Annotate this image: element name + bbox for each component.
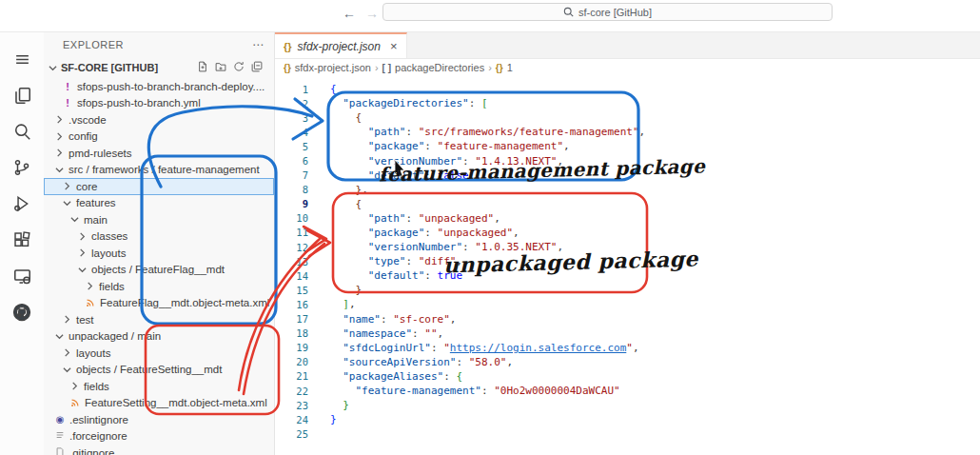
tree-item-vscode[interactable]: .vscode bbox=[44, 111, 274, 129]
code-line-6[interactable]: 6 "versionNumber": "1.4.13.NEXT", bbox=[275, 153, 980, 168]
code-line-25[interactable]: 25 bbox=[275, 426, 980, 441]
code-line-text: { bbox=[321, 111, 362, 124]
code-line-text: }, bbox=[321, 184, 368, 196]
tree-item-sfops-push-to-branch-branch-deploy[interactable]: !sfops-push-to-branch-branch-deploy.... bbox=[44, 78, 274, 95]
code-line-13[interactable]: 13 "type": "diff", bbox=[275, 254, 980, 268]
run-debug-icon[interactable] bbox=[7, 186, 37, 222]
chevron-right-icon bbox=[76, 247, 88, 259]
refresh-icon[interactable] bbox=[233, 61, 245, 74]
breadcrumb-item[interactable]: 1 bbox=[507, 62, 513, 73]
menu-icon[interactable] bbox=[7, 41, 37, 77]
tab-sfdx-project-json[interactable]: {} sfdx-project.json × bbox=[275, 32, 407, 58]
line-number: 19 bbox=[275, 342, 321, 353]
tree-item-main[interactable]: main bbox=[44, 211, 274, 228]
search-icon[interactable] bbox=[7, 113, 37, 149]
tree-item-objects-featuresetting-mdt[interactable]: objects / FeatureSetting__mdt bbox=[44, 362, 274, 379]
json-file-icon: {} bbox=[284, 41, 292, 52]
chevron-down-icon bbox=[76, 264, 88, 276]
tree-item-core[interactable]: core bbox=[44, 178, 274, 195]
code-line-17[interactable]: 17 "name": "sf-core", bbox=[275, 312, 980, 326]
tree-item-sfops-push-to-branch-yml[interactable]: !sfops-push-to-branch.yml bbox=[44, 95, 274, 112]
code-line-24[interactable]: 24} bbox=[275, 412, 980, 426]
tree-item-layouts[interactable]: layouts bbox=[44, 345, 274, 362]
code-line-22[interactable]: 22 "feature-management": "0Ho2w0000004Da… bbox=[275, 384, 980, 398]
tree-item-fields[interactable]: fields bbox=[44, 378, 274, 395]
tree-item-features[interactable]: features bbox=[44, 195, 274, 212]
tree-item-forceignore[interactable]: .forceignore bbox=[44, 428, 274, 445]
tree-item-featuresetting-mdt-object-meta-xml[interactable]: FeatureSetting__mdt.object-meta.xml bbox=[44, 395, 274, 412]
command-center-search[interactable]: sf-core [GitHub] bbox=[382, 3, 833, 21]
code-line-7[interactable]: 7 "default": false bbox=[275, 168, 980, 183]
explorer-sidebar: EXPLORER ⋯ SF-CORE [GITHUB] !sfops-push-… bbox=[44, 32, 275, 455]
explorer-icon[interactable] bbox=[7, 77, 37, 113]
code-line-12[interactable]: 12 "versionNumber": "1.0.35.NEXT", bbox=[275, 240, 980, 254]
line-number: 4 bbox=[275, 127, 321, 138]
code-editor[interactable]: 1{2 "packageDirectories": [3 {4 "path": … bbox=[275, 82, 980, 455]
code-line-16[interactable]: 16 ], bbox=[275, 297, 980, 311]
code-line-5[interactable]: 5 "package": "feature-management", bbox=[275, 139, 980, 153]
github-icon[interactable] bbox=[7, 294, 37, 330]
tree-item-layouts[interactable]: layouts bbox=[44, 245, 274, 262]
chevron-down-icon bbox=[61, 197, 73, 209]
object-symbol-icon: {} bbox=[284, 63, 291, 73]
chevron-down-icon bbox=[69, 213, 81, 226]
code-line-3[interactable]: 3 { bbox=[275, 110, 980, 125]
forceignore-file-icon bbox=[53, 430, 67, 442]
code-line-text: "packageAliases": { bbox=[321, 370, 462, 383]
code-line-10[interactable]: 10 "path": "unpackaged", bbox=[275, 211, 980, 226]
tree-item-config[interactable]: config bbox=[44, 129, 274, 146]
code-line-21[interactable]: 21 "packageAliases": { bbox=[275, 369, 980, 384]
workspace-section-header[interactable]: SF-CORE [GITHUB] bbox=[44, 57, 274, 78]
line-number: 13 bbox=[275, 256, 321, 267]
code-line-19[interactable]: 19 "sfdcLoginUrl": "https://login.salesf… bbox=[275, 341, 980, 355]
close-icon[interactable]: × bbox=[390, 39, 398, 53]
nav-back-icon[interactable]: ← bbox=[343, 6, 356, 21]
code-line-4[interactable]: 4 "path": "src/frameworks/feature-manage… bbox=[275, 125, 980, 139]
workbench: EXPLORER ⋯ SF-CORE [GITHUB] !sfops-push-… bbox=[0, 31, 980, 455]
tree-item-label: test bbox=[76, 314, 94, 326]
file-icon bbox=[53, 447, 67, 455]
code-line-15[interactable]: 15 } bbox=[275, 283, 980, 297]
new-folder-icon[interactable] bbox=[215, 61, 226, 74]
workspace-name: SF-CORE [GITHUB] bbox=[61, 62, 158, 73]
tree-item-unpackaged-main[interactable]: unpackaged / main bbox=[44, 328, 274, 346]
tree-item-featureflag-mdt-object-meta-xml[interactable]: FeatureFlag__mdt.object-meta.xml bbox=[44, 295, 274, 312]
code-line-text: "sourceApiVersion": "58.0", bbox=[321, 356, 513, 368]
code-line-text: "packageDirectories": [ bbox=[321, 97, 488, 109]
code-line-9[interactable]: 9 { bbox=[275, 197, 980, 211]
line-number: 3 bbox=[275, 112, 321, 124]
xml-file-icon bbox=[69, 397, 82, 409]
code-line-23[interactable]: 23 } bbox=[275, 398, 980, 412]
nav-forward-icon[interactable]: → bbox=[365, 6, 379, 21]
remote-explorer-icon[interactable] bbox=[7, 258, 37, 294]
code-line-14[interactable]: 14 "default": true bbox=[275, 268, 980, 283]
breadcrumb-item[interactable]: sfdx-project.json bbox=[295, 62, 371, 73]
source-control-icon[interactable] bbox=[7, 149, 37, 186]
code-line-2[interactable]: 2 "packageDirectories": [ bbox=[275, 96, 980, 110]
tree-item-objects-featureflag-mdt[interactable]: objects / FeatureFlag__mdt bbox=[44, 262, 274, 279]
breadcrumb-item[interactable]: packageDirectories bbox=[395, 62, 484, 73]
collapse-all-icon[interactable] bbox=[251, 61, 263, 74]
tree-item-eslintignore[interactable]: ◉.eslintignore bbox=[44, 411, 274, 428]
line-number: 17 bbox=[275, 313, 321, 325]
extensions-icon[interactable] bbox=[7, 222, 37, 258]
code-line-18[interactable]: 18 "namespace": "", bbox=[275, 326, 980, 341]
tree-item-test[interactable]: test bbox=[44, 311, 274, 328]
code-line-text: "versionNumber": "1.4.13.NEXT", bbox=[321, 155, 563, 168]
chevron-right-icon bbox=[53, 113, 66, 126]
array-symbol-icon: [ ] bbox=[382, 63, 391, 73]
tree-item-fields[interactable]: fields bbox=[44, 278, 274, 295]
tree-item-pmd-rulesets[interactable]: pmd-rulesets bbox=[44, 145, 274, 162]
code-line-text: } bbox=[321, 284, 362, 296]
code-line-1[interactable]: 1{ bbox=[275, 82, 980, 96]
code-line-11[interactable]: 11 "package": "unpackaged", bbox=[275, 226, 980, 240]
code-line-20[interactable]: 20 "sourceApiVersion": "58.0", bbox=[275, 355, 980, 369]
code-line-text: "path": "src/frameworks/feature-manageme… bbox=[321, 126, 645, 138]
new-file-icon[interactable] bbox=[197, 61, 208, 74]
code-line-8[interactable]: 8 }, bbox=[275, 183, 980, 197]
tree-item-gitignore[interactable]: .gitignore bbox=[44, 445, 274, 455]
chevron-right-icon bbox=[76, 230, 88, 243]
tree-item-classes[interactable]: classes bbox=[44, 228, 274, 246]
tree-item-src-frameworks-feature-management[interactable]: src / frameworks / feature-management bbox=[44, 162, 274, 179]
more-actions-icon[interactable]: ⋯ bbox=[252, 38, 265, 51]
